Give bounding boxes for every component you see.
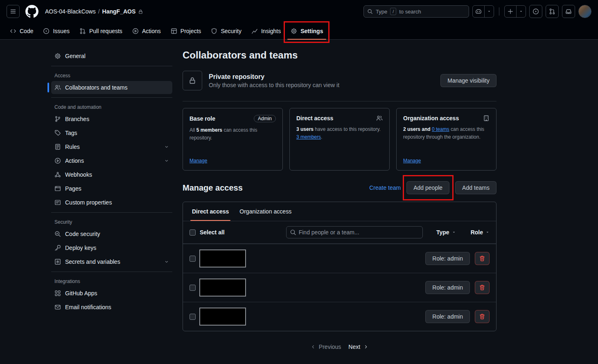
sidebar-item-general[interactable]: General bbox=[51, 49, 172, 63]
chevron-down-icon[interactable] bbox=[164, 259, 169, 264]
repo-nav: Code Issues Pull requests Actions Projec… bbox=[0, 23, 598, 40]
search-icon bbox=[367, 9, 373, 14]
sidebar-item-branches[interactable]: Branches bbox=[51, 112, 172, 126]
row-checkbox[interactable] bbox=[190, 285, 196, 291]
tab-organization-access[interactable]: Organization access bbox=[235, 202, 296, 221]
manage-access-title: Manage access bbox=[183, 183, 243, 193]
rules-icon bbox=[54, 144, 61, 150]
previous-button[interactable]: Previous bbox=[311, 344, 341, 350]
pull-requests-button[interactable] bbox=[546, 5, 559, 18]
webhook-icon bbox=[54, 171, 61, 178]
find-people-input[interactable] bbox=[286, 226, 423, 238]
add-teams-button[interactable]: Add teams bbox=[455, 181, 496, 194]
manage-link[interactable]: Manage bbox=[403, 158, 421, 164]
sidebar-item-label: Deploy keys bbox=[65, 245, 96, 251]
app-header: AOS-04-BlackCows / HangF_AOS Type / to s… bbox=[0, 0, 598, 23]
members-link[interactable]: 3 members bbox=[296, 134, 321, 140]
copilot-caret-icon[interactable] bbox=[484, 6, 494, 17]
tab-pull-requests[interactable]: Pull requests bbox=[76, 23, 126, 39]
visibility-description: Only those with access to this repositor… bbox=[209, 82, 339, 88]
role-button[interactable]: Role: admin bbox=[425, 281, 470, 294]
sidebar-item-pages[interactable]: Pages bbox=[51, 182, 172, 195]
card-text: have access to this repository. bbox=[314, 126, 381, 132]
card-text: . bbox=[321, 134, 322, 140]
manage-visibility-button[interactable]: Manage visibility bbox=[440, 74, 496, 87]
sidebar-item-label: Rules bbox=[65, 144, 80, 150]
sidebar-item-label: Tags bbox=[65, 130, 77, 136]
git-pull-request-icon bbox=[549, 8, 555, 15]
sidebar-item-code-security[interactable]: Code security bbox=[51, 227, 172, 240]
pagination: Previous Next bbox=[183, 344, 496, 350]
global-menu-button[interactable] bbox=[7, 5, 20, 18]
key-icon bbox=[54, 245, 61, 251]
select-all-checkbox[interactable] bbox=[190, 229, 196, 236]
sidebar-item-label: Code security bbox=[65, 231, 100, 237]
card-text-bold: 3 users bbox=[296, 126, 314, 132]
tab-issues[interactable]: Issues bbox=[40, 23, 72, 39]
global-search-input[interactable]: Type / to search bbox=[363, 5, 469, 18]
sidebar-item-actions[interactable]: Actions bbox=[51, 154, 172, 167]
inbox-button[interactable] bbox=[562, 5, 575, 18]
role-button[interactable]: Role: admin bbox=[425, 310, 470, 323]
sidebar-item-label: General bbox=[65, 53, 86, 59]
sidebar-item-custom-properties[interactable]: Custom properties bbox=[51, 196, 172, 209]
copilot-button[interactable] bbox=[472, 5, 494, 18]
delete-collaborator-button[interactable] bbox=[475, 281, 490, 294]
github-logo[interactable] bbox=[25, 5, 38, 18]
chevron-right-icon bbox=[363, 344, 368, 349]
sidebar-item-secrets[interactable]: Secrets and variables bbox=[51, 255, 172, 268]
member-row: Role: admin bbox=[183, 273, 496, 302]
sidebar-item-deploy-keys[interactable]: Deploy keys bbox=[51, 241, 172, 254]
tab-security[interactable]: Security bbox=[208, 23, 245, 39]
chevron-down-icon[interactable] bbox=[164, 144, 169, 149]
sidebar-item-rules[interactable]: Rules bbox=[51, 140, 172, 153]
base-role-card: Base role Admin All 5 members can access… bbox=[183, 108, 283, 171]
breadcrumb-separator: / bbox=[98, 8, 100, 15]
tab-direct-access[interactable]: Direct access bbox=[188, 202, 233, 221]
search-key-hint: / bbox=[390, 8, 396, 15]
code-icon bbox=[10, 28, 16, 34]
sidebar-item-email-notifications[interactable]: Email notifications bbox=[51, 301, 172, 314]
sidebar-item-tags[interactable]: Tags bbox=[51, 126, 172, 139]
tab-settings[interactable]: Settings bbox=[287, 23, 326, 39]
chevron-left-icon bbox=[311, 344, 316, 349]
chevron-down-icon[interactable] bbox=[164, 158, 169, 163]
add-people-button[interactable]: Add people bbox=[406, 181, 449, 194]
role-filter[interactable]: Role bbox=[471, 229, 490, 236]
tab-label: Security bbox=[221, 28, 241, 34]
visibility-title: Private repository bbox=[209, 73, 339, 81]
page-layout: General Access Collaborators and teams C… bbox=[0, 40, 598, 350]
next-button[interactable]: Next bbox=[348, 344, 368, 350]
role-button[interactable]: Role: admin bbox=[425, 252, 470, 265]
sidebar-item-webhooks[interactable]: Webhooks bbox=[51, 168, 172, 181]
tab-insights[interactable]: Insights bbox=[248, 23, 284, 39]
issues-button[interactable] bbox=[529, 5, 542, 18]
delete-collaborator-button[interactable] bbox=[475, 252, 490, 265]
create-new-button[interactable] bbox=[504, 5, 526, 18]
tab-code[interactable]: Code bbox=[7, 23, 36, 39]
type-filter-label: Type bbox=[436, 229, 449, 236]
row-checkbox[interactable] bbox=[190, 314, 196, 320]
teams-link[interactable]: 0 teams bbox=[432, 126, 449, 132]
tab-projects[interactable]: Projects bbox=[167, 23, 205, 39]
previous-label: Previous bbox=[319, 344, 341, 350]
org-access-card: Organization access 2 users and 0 teams … bbox=[396, 108, 496, 171]
create-new-caret-icon[interactable] bbox=[516, 6, 526, 17]
breadcrumb-repo[interactable]: HangF_AOS bbox=[102, 8, 136, 15]
row-checkbox[interactable] bbox=[190, 256, 196, 262]
card-text: All bbox=[190, 127, 196, 133]
sidebar-item-collaborators[interactable]: Collaborators and teams bbox=[51, 81, 172, 94]
lock-icon bbox=[183, 71, 202, 90]
sidebar-item-github-apps[interactable]: GitHub Apps bbox=[51, 287, 172, 300]
user-avatar[interactable] bbox=[578, 5, 591, 18]
tab-actions[interactable]: Actions bbox=[129, 23, 164, 39]
create-team-link[interactable]: Create team bbox=[369, 184, 401, 191]
direct-access-card: Direct access 3 users have access to thi… bbox=[289, 108, 390, 171]
breadcrumb-org[interactable]: AOS-04-BlackCows bbox=[45, 8, 96, 15]
card-title: Organization access bbox=[403, 115, 459, 121]
graph-icon bbox=[251, 28, 258, 34]
manage-link[interactable]: Manage bbox=[190, 158, 207, 164]
delete-collaborator-button[interactable] bbox=[475, 310, 490, 323]
type-filter[interactable]: Type bbox=[436, 229, 456, 236]
sidebar-section-integrations: Integrations bbox=[51, 275, 172, 287]
